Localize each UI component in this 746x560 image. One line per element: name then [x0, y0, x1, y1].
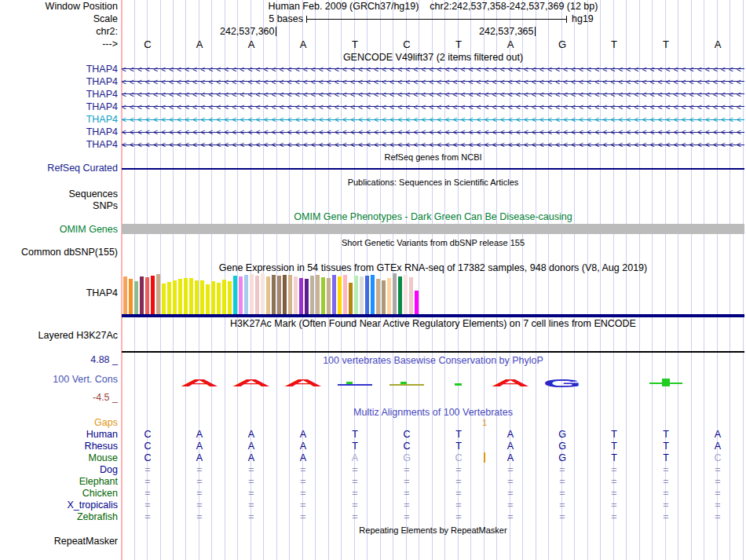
gene-label[interactable]: THAP4	[86, 102, 118, 112]
gtex-bar[interactable]	[156, 274, 160, 314]
gtex-bar[interactable]	[195, 280, 199, 314]
multiz-base: =	[225, 500, 277, 511]
sequences-label[interactable]: Sequences	[68, 189, 118, 199]
gtex-bar[interactable]	[349, 283, 353, 314]
gtex-bar[interactable]	[316, 275, 320, 314]
h3k27ac-baseline[interactable]	[122, 351, 744, 353]
gene-strand-arrows[interactable]: <<<<<<<<<<<<<<<<<<<<<<<<<<<<<<<<<<<<<<<<…	[122, 90, 744, 100]
gtex-bar[interactable]	[376, 279, 380, 314]
gene-strand-arrows[interactable]: <<<<<<<<<<<<<<<<<<<<<<<<<<<<<<<<<<<<<<<<…	[122, 127, 744, 137]
gtex-bar[interactable]	[250, 274, 254, 314]
gtex-bar[interactable]	[134, 281, 138, 314]
multiz-species-label[interactable]: Rhesus	[85, 441, 118, 452]
gtex-bar[interactable]	[228, 281, 232, 314]
multiz-base: =	[174, 489, 225, 499]
omim-track-bar[interactable]	[122, 224, 744, 234]
gene-label[interactable]: THAP4	[86, 90, 118, 100]
gtex-bar[interactable]	[123, 276, 127, 314]
gtex-bar[interactable]	[365, 276, 369, 314]
layered-h3k27ac-label[interactable]: Layered H3K27Ac	[38, 331, 118, 341]
gtex-baseline[interactable]	[122, 314, 744, 317]
gtex-bar[interactable]	[387, 278, 391, 314]
repeatmasker-label[interactable]: RepeatMasker	[54, 536, 118, 547]
gtex-bar[interactable]	[338, 276, 342, 314]
gtex-bar[interactable]	[327, 278, 331, 314]
gtex-bar[interactable]	[129, 279, 133, 314]
gtex-bar[interactable]	[354, 276, 358, 314]
gtex-bar[interactable]	[393, 273, 397, 314]
gene-label[interactable]: THAP4	[86, 127, 118, 137]
gene-strand-arrows[interactable]: <<<<<<<<<<<<<<<<<<<<<<<<<<<<<<<<<<<<<<<<…	[122, 115, 744, 125]
multiz-base: A	[485, 453, 536, 463]
gtex-bar[interactable]	[360, 276, 364, 314]
multiz-species-label[interactable]: Mouse	[88, 453, 118, 463]
refseq-curated-label[interactable]: RefSeq Curated	[47, 163, 118, 174]
gtex-bar[interactable]	[151, 276, 155, 314]
multiz-base: =	[433, 465, 485, 475]
gtex-bar[interactable]	[140, 276, 144, 314]
gtex-bar[interactable]	[398, 276, 402, 314]
gtex-bar[interactable]	[321, 277, 325, 314]
multiz-species-label[interactable]: Dog	[100, 465, 118, 475]
gtex-bar[interactable]	[332, 275, 336, 314]
conservation-track-label[interactable]: 100 Vert. Cons	[53, 375, 118, 385]
gtex-bar[interactable]	[382, 280, 386, 314]
gtex-bar[interactable]	[200, 280, 204, 314]
multiz-species-label[interactable]: Human	[86, 430, 118, 440]
gtex-bar[interactable]	[173, 280, 177, 314]
gtex-bar[interactable]	[217, 283, 221, 314]
multiz-base: =	[381, 512, 433, 522]
gtex-bar[interactable]	[222, 280, 226, 314]
gene-label[interactable]: THAP4	[86, 77, 118, 87]
gtex-bar[interactable]	[206, 284, 210, 314]
snps-label[interactable]: SNPs	[93, 201, 118, 211]
gene-label[interactable]: THAP4	[86, 64, 118, 75]
gene-label[interactable]: THAP4	[86, 140, 118, 150]
multiz-species-label[interactable]: Zebrafish	[77, 512, 118, 522]
gtex-bar[interactable]	[409, 277, 413, 314]
gene-strand-arrows[interactable]: <<<<<<<<<<<<<<<<<<<<<<<<<<<<<<<<<<<<<<<<…	[122, 102, 744, 112]
multiz-species-label[interactable]: Chicken	[82, 489, 118, 499]
gene-label[interactable]: THAP4	[86, 115, 118, 125]
multiz-species-label[interactable]: X_tropicalis	[67, 500, 118, 511]
multiz-species-label[interactable]: Elephant	[79, 477, 118, 487]
gtex-bar[interactable]	[167, 282, 171, 314]
gtex-bar[interactable]	[255, 276, 259, 314]
gtex-bar[interactable]	[310, 276, 314, 314]
gtex-bar[interactable]	[184, 278, 188, 314]
gtex-bar[interactable]	[294, 276, 298, 314]
gtex-bar[interactable]	[244, 275, 248, 314]
gtex-bar[interactable]	[277, 276, 281, 314]
omim-genes-label[interactable]: OMIM Genes	[60, 225, 118, 235]
gtex-bar[interactable]	[162, 284, 166, 314]
gtex-bar[interactable]	[371, 275, 375, 314]
gtex-bar[interactable]	[178, 279, 182, 314]
gtex-bar[interactable]	[343, 275, 347, 314]
gtex-bar[interactable]	[288, 275, 292, 314]
gtex-bar[interactable]	[145, 277, 149, 314]
gtex-bar[interactable]	[305, 279, 309, 314]
conservation-max-value: 4.88 _	[90, 355, 118, 365]
gtex-bar[interactable]	[239, 276, 243, 314]
gtex-gene-label[interactable]: THAP4	[86, 288, 118, 298]
gene-strand-arrows[interactable]: <<<<<<<<<<<<<<<<<<<<<<<<<<<<<<<<<<<<<<<<…	[122, 64, 744, 75]
cons-logo-part: A	[491, 378, 530, 389]
gene-strand-arrows[interactable]: <<<<<<<<<<<<<<<<<<<<<<<<<<<<<<<<<<<<<<<<…	[122, 140, 744, 150]
cons-logo-item	[433, 377, 485, 390]
refseq-curated-line[interactable]	[122, 168, 744, 170]
gene-strand-arrows[interactable]: <<<<<<<<<<<<<<<<<<<<<<<<<<<<<<<<<<<<<<<<…	[122, 77, 744, 87]
gtex-bar[interactable]	[189, 278, 193, 314]
gtex-bar[interactable]	[299, 278, 303, 314]
multiz-base: =	[381, 477, 433, 487]
gtex-bar[interactable]	[404, 275, 408, 314]
gtex-bar[interactable]	[415, 291, 419, 314]
gtex-bar[interactable]	[266, 276, 270, 314]
common-dbsnp-label[interactable]: Common dbSNP(155)	[21, 247, 118, 258]
gtex-bar[interactable]	[211, 281, 215, 314]
gtex-bar[interactable]	[261, 273, 265, 314]
gtex-bar[interactable]	[283, 275, 287, 314]
multiz-base: =	[692, 489, 744, 499]
gtex-bar[interactable]	[272, 275, 276, 314]
multiz-base: =	[588, 465, 640, 475]
gtex-bar[interactable]	[233, 276, 237, 314]
